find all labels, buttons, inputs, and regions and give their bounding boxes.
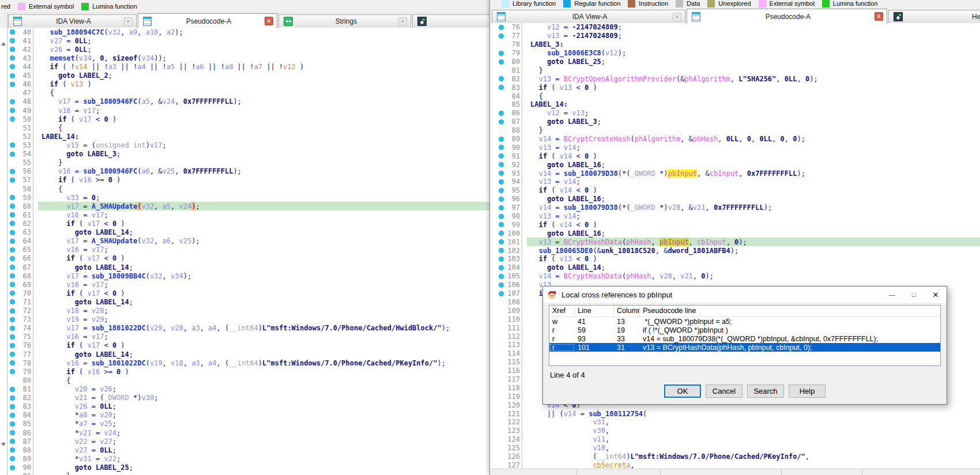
breakpoint-dot[interactable] (10, 299, 15, 304)
code-line[interactable]: 54 goto LABEL_3; (0, 150, 489, 159)
breakpoint-gutter[interactable] (497, 152, 505, 160)
close-button[interactable]: ✕ (925, 286, 947, 303)
breakpoint-gutter[interactable] (497, 238, 505, 246)
breakpoint-gutter[interactable] (8, 54, 16, 62)
breakpoint-dot[interactable] (499, 162, 504, 167)
breakpoint-gutter[interactable] (8, 280, 16, 289)
breakpoint-dot[interactable] (499, 179, 504, 184)
breakpoint-dot[interactable] (10, 108, 15, 113)
breakpoint-dot[interactable] (10, 291, 15, 296)
breakpoint-gutter[interactable] (8, 350, 16, 359)
breakpoint-dot[interactable] (499, 205, 504, 210)
breakpoint-gutter[interactable] (8, 420, 16, 428)
code-line[interactable]: 56 v16 = sub_1800946FC(a6, &v25, 0x7FFFF… (0, 167, 489, 176)
code-line[interactable]: 55 } (0, 159, 489, 167)
code-line[interactable]: 88 v27 = 0LL; (0, 446, 489, 454)
breakpoint-dot[interactable] (10, 334, 15, 340)
code-line[interactable]: 66 if ( v17 < 0 ) (0, 254, 489, 263)
breakpoint-gutter[interactable] (497, 160, 505, 169)
breakpoint-dot[interactable] (499, 257, 504, 262)
breakpoint-gutter[interactable] (8, 254, 16, 263)
code-line[interactable]: 91 if ( v14 < 0 ) (490, 152, 980, 160)
code-line[interactable]: 95 if ( v14 < 0 ) (490, 186, 980, 195)
ok-button[interactable]: OK (664, 384, 701, 398)
breakpoint-gutter[interactable] (497, 195, 505, 203)
breakpoint-gutter[interactable] (8, 324, 16, 333)
breakpoint-gutter[interactable] (497, 178, 505, 186)
breakpoint-dot[interactable] (10, 265, 15, 270)
code-line[interactable]: 123 v30, (490, 427, 980, 435)
breakpoint-dot[interactable] (10, 317, 15, 322)
breakpoint-dot[interactable] (10, 343, 15, 348)
breakpoint-gutter[interactable] (8, 115, 16, 123)
breakpoint-gutter[interactable] (497, 169, 505, 178)
breakpoint-dot[interactable] (10, 99, 15, 104)
code-line[interactable]: 87 goto LABEL_3; (490, 118, 980, 126)
breakpoint-dot[interactable] (10, 308, 15, 314)
breakpoint-gutter[interactable] (8, 150, 16, 159)
breakpoint-gutter[interactable] (8, 333, 16, 341)
code-line[interactable]: 84 { (490, 92, 980, 100)
code-line[interactable]: 76 v12 = -2147024809; (490, 23, 980, 32)
code-line[interactable]: 90 goto LABEL_25; (0, 463, 489, 472)
breakpoint-dot[interactable] (10, 360, 15, 365)
breakpoint-dot[interactable] (10, 326, 15, 331)
breakpoint-dot[interactable] (10, 413, 15, 418)
breakpoint-dot[interactable] (499, 76, 504, 81)
breakpoint-dot[interactable] (499, 274, 504, 279)
code-line[interactable]: 42 v26 = 0LL; (0, 45, 489, 54)
code-line[interactable]: 48 v17 = sub_1800946FC(a5, &v24, 0x7FFFF… (0, 97, 489, 106)
tab-ida-view-a[interactable]: IDA View-A× (8, 14, 137, 28)
code-line[interactable]: 67 goto LABEL_14; (0, 263, 489, 272)
breakpoint-gutter[interactable] (497, 135, 505, 144)
breakpoint-dot[interactable] (499, 145, 504, 150)
breakpoint-dot[interactable] (499, 51, 504, 56)
code-line[interactable]: 77 v13 = -2147024809; (490, 32, 980, 40)
breakpoint-gutter[interactable] (8, 167, 16, 176)
column-header-column[interactable]: Column (614, 306, 640, 316)
breakpoint-dot[interactable] (499, 291, 504, 296)
code-line[interactable]: 52LABEL_14: (0, 132, 489, 141)
breakpoint-gutter[interactable] (8, 36, 16, 45)
code-line[interactable]: 83 if ( v13 < 0 ) (490, 83, 980, 92)
code-line[interactable]: 68 v17 = sub_18009BB4C(v32, v34); (0, 272, 489, 280)
code-line[interactable]: 98 v13 = v14; (490, 212, 980, 221)
code-line[interactable]: 92 goto LABEL_16; (490, 160, 980, 169)
breakpoint-gutter[interactable] (8, 315, 16, 324)
code-line[interactable]: 78 v16 = sub_1801022DC(v19, v18, a3, a4,… (0, 359, 489, 367)
column-header-line[interactable]: Line (575, 306, 614, 316)
code-line[interactable]: 63 goto LABEL_14; (0, 228, 489, 237)
breakpoint-dot[interactable] (10, 447, 15, 453)
code-line[interactable]: 90 v13 = v14; (490, 143, 980, 152)
breakpoint-gutter[interactable] (497, 263, 505, 272)
code-line[interactable]: 125 v10, (490, 444, 980, 453)
breakpoint-gutter[interactable] (8, 454, 16, 463)
breakpoint-gutter[interactable] (8, 193, 16, 202)
xref-row[interactable]: w4113 *(_QWORD *)pbInput = a5; (549, 317, 940, 326)
breakpoint-gutter[interactable] (497, 246, 505, 255)
breakpoint-gutter[interactable] (8, 246, 16, 254)
code-line[interactable]: 80 { (0, 376, 489, 384)
code-line[interactable]: 122 v31, (490, 418, 980, 427)
breakpoint-gutter[interactable] (8, 446, 16, 454)
breakpoint-dot[interactable] (10, 247, 15, 252)
breakpoint-gutter[interactable] (8, 367, 16, 376)
code-line[interactable]: 44 if ( !v14 || !a3 || !a4 || !a5 || !a6… (0, 62, 489, 71)
breakpoint-dot[interactable] (10, 221, 15, 226)
breakpoint-dot[interactable] (499, 137, 504, 142)
breakpoint-gutter[interactable] (8, 106, 16, 115)
code-line[interactable]: 99 if ( v14 < 0 ) (490, 220, 980, 229)
tab-ida-view-a[interactable]: IDA View-A× (492, 10, 685, 23)
tab-pseudocode-a[interactable]: Pseudocode-A× (687, 9, 887, 24)
code-line[interactable]: 89 *v31 = v22; (0, 454, 489, 463)
breakpoint-gutter[interactable] (497, 255, 505, 263)
breakpoint-gutter[interactable] (8, 28, 16, 36)
cancel-button[interactable]: Cancel (706, 384, 742, 398)
breakpoint-gutter[interactable] (497, 49, 505, 58)
breakpoint-dot[interactable] (10, 456, 15, 461)
breakpoint-gutter[interactable] (8, 237, 16, 246)
code-line[interactable]: 79 sub_18006E3C8(v12); (490, 49, 980, 58)
breakpoint-gutter[interactable] (497, 186, 505, 195)
xref-row[interactable]: r9333v14 = sub_180079D38(*(_QWORD *)pbIn… (549, 334, 940, 343)
breakpoint-dot[interactable] (499, 282, 504, 288)
